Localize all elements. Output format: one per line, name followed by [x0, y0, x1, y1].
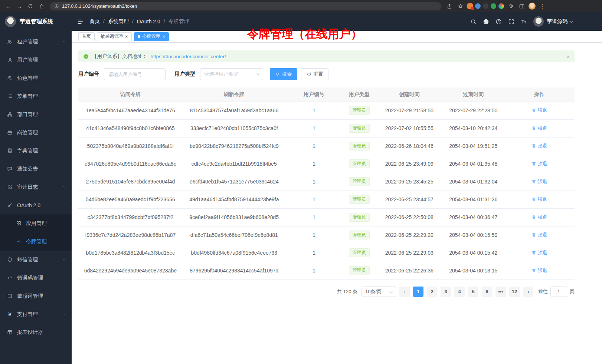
breadcrumb-home[interactable]: 首页	[89, 18, 108, 25]
sidebar-item-posts[interactable]: 岗位管理	[0, 123, 72, 142]
force-logout-button[interactable]: 强退	[531, 161, 547, 167]
table-row: c347026e805e4d99b0d116eae66eda8c cdfc4ce…	[78, 155, 575, 173]
sidebar-item-audit-log[interactable]: 审计日志	[0, 178, 72, 196]
home-icon[interactable]	[37, 2, 46, 11]
page-button-12[interactable]: 12	[509, 287, 520, 297]
page-button-4[interactable]: 4	[454, 287, 465, 297]
sidebar-item-report-designer[interactable]: 报表设计器	[0, 323, 72, 341]
extension-icon-1[interactable]	[467, 3, 473, 9]
collapse-menu-icon[interactable]	[77, 18, 84, 25]
search-icon[interactable]	[470, 19, 477, 25]
column-header-access-token: 访问令牌	[78, 87, 183, 102]
page-button-2[interactable]: 2	[427, 287, 437, 297]
sidebar-item-oauth2-apps[interactable]: 应用管理	[0, 214, 72, 232]
sidebar-menu: 租户管理 用户管理 角色管理 菜单管理 部门管理 岗位管理	[0, 31, 72, 364]
table-row: 41c41346a548490f9dc8b01c6bfe0865 333ecfc…	[78, 119, 575, 137]
sidebar-item-roles[interactable]: 角色管理	[0, 69, 72, 87]
fullscreen-icon[interactable]	[508, 19, 514, 25]
tab-home[interactable]: 首页	[78, 32, 95, 41]
sidebar-item-oauth2[interactable]: OAuth 2.0	[0, 196, 72, 214]
app-logo[interactable]: 芋道管理系统	[0, 12, 72, 31]
forward-icon[interactable]: →	[15, 2, 24, 11]
force-logout-button[interactable]: 强退	[531, 143, 547, 149]
prev-page-button[interactable]: ‹	[399, 287, 410, 297]
extension-icon-5[interactable]	[498, 3, 504, 9]
briefcase-icon	[7, 130, 13, 135]
share-icon[interactable]	[445, 2, 454, 11]
tab-token[interactable]: 令牌管理 ×	[134, 32, 169, 41]
page-button-5[interactable]: 5	[468, 287, 478, 297]
side-panel-icon[interactable]	[517, 2, 526, 11]
page-button-6[interactable]: 6	[482, 287, 492, 297]
active-dot	[138, 35, 140, 38]
search-button[interactable]: 搜索	[270, 68, 297, 80]
tab-sensitive-words[interactable]: 敏感词管理 ×	[97, 32, 132, 41]
page-button-1[interactable]: 1	[413, 287, 423, 297]
chevron-down-icon	[62, 311, 66, 317]
sidebar-item-payment[interactable]: ¥ 支付管理	[0, 305, 72, 323]
app-window: 芋道管理系统 租户管理 用户管理 角色管理 菜单管理 部	[0, 12, 602, 364]
address-bar[interactable]: 127.0.0.1:1024/system/oauth2/token	[50, 2, 441, 10]
goto-page-input[interactable]	[550, 287, 567, 297]
browser-menu-icon[interactable]: ⋮	[538, 2, 547, 11]
force-logout-button[interactable]: 强退	[531, 196, 547, 203]
breadcrumb-system[interactable]: 系统管理	[108, 18, 137, 25]
back-icon[interactable]: ←	[4, 2, 13, 11]
sidebar-item-oauth2-token[interactable]: 令牌管理	[0, 232, 72, 251]
force-logout-button[interactable]: 强退	[531, 107, 547, 114]
github-icon[interactable]	[483, 19, 489, 25]
sidebar-item-menus[interactable]: 菜单管理	[0, 87, 72, 105]
help-icon[interactable]	[495, 19, 502, 25]
yen-icon: ¥	[7, 311, 13, 317]
page-size-select[interactable]: 10条/页	[361, 287, 396, 297]
extension-icon-4[interactable]	[491, 3, 496, 9]
search-icon	[275, 72, 280, 77]
user-id-input[interactable]	[104, 68, 166, 80]
sidebar-item-error-codes[interactable]: 错误码管理	[0, 269, 72, 287]
user-menu[interactable]: 芋道源码	[533, 16, 573, 27]
user-id-cell: 1	[286, 191, 342, 208]
breadcrumb-oauth2[interactable]: OAuth 2.0	[137, 19, 169, 24]
force-logout-button[interactable]: 强退	[531, 178, 547, 185]
text-size-icon[interactable]	[521, 19, 527, 25]
close-icon[interactable]: ×	[125, 34, 128, 39]
force-logout-button[interactable]: 强退	[531, 125, 547, 132]
next-page-button[interactable]: ›	[523, 287, 533, 297]
extension-icon-3[interactable]	[483, 3, 488, 9]
close-icon[interactable]: ×	[163, 34, 166, 39]
sidebar-item-notice[interactable]: 通知公告	[0, 160, 72, 178]
trash-icon	[531, 126, 536, 130]
force-logout-button[interactable]: 强退	[531, 232, 547, 238]
reset-button[interactable]: 重置	[301, 68, 328, 80]
force-logout-button[interactable]: 强退	[531, 249, 547, 256]
access-token-cell: c347026e805e4d99b0d116eae66eda8c	[78, 155, 183, 173]
bookmark-star-icon[interactable]	[456, 2, 465, 11]
refresh-token-cell: 333ecfc71e02480cb11055c875c3ca0f	[183, 119, 286, 137]
sidebar-item-dict[interactable]: 字典管理	[0, 142, 72, 160]
sidebar-item-sensitive-words[interactable]: 敏感词管理	[0, 287, 72, 305]
browser-profile-avatar[interactable]	[529, 3, 536, 10]
force-logout-button[interactable]: 强退	[531, 267, 547, 274]
created-time-cell: 2022-06-25 23:45:25	[376, 173, 442, 191]
alert-close-icon[interactable]: ×	[566, 53, 570, 60]
search-form: 用户编号 用户类型 请选择用户类型 搜索 重置	[78, 68, 575, 80]
page-button-3[interactable]: 3	[441, 287, 451, 297]
header-actions: 芋道源码	[470, 16, 573, 27]
audit-log-icon	[7, 184, 13, 190]
reload-icon[interactable]	[26, 2, 35, 11]
created-time-cell: 2022-07-02 18:55:55	[376, 119, 442, 137]
site-info-icon[interactable]	[54, 4, 59, 9]
user-type-select[interactable]: 请选择用户类型	[200, 68, 263, 80]
pages-ellipsis[interactable]: •••	[495, 287, 506, 297]
doc-link[interactable]: https://doc.iocoder.cn/user-center/	[151, 54, 226, 59]
sidebar-item-tenant[interactable]: 租户管理	[0, 33, 72, 51]
extension-icon-2[interactable]	[475, 3, 481, 9]
refresh-token-cell: 8796295f04064c2983414cc54af1097a	[183, 262, 286, 279]
force-logout-button[interactable]: 强退	[531, 214, 547, 221]
user-type-cell: 管理员	[342, 173, 376, 191]
user-type-badge: 管理员	[349, 177, 370, 186]
extensions-puzzle-icon[interactable]	[506, 2, 515, 11]
sidebar-item-sms[interactable]: 短信管理	[0, 251, 72, 269]
sidebar-item-users[interactable]: 用户管理	[0, 51, 72, 69]
sidebar-item-departments[interactable]: 部门管理	[0, 105, 72, 123]
